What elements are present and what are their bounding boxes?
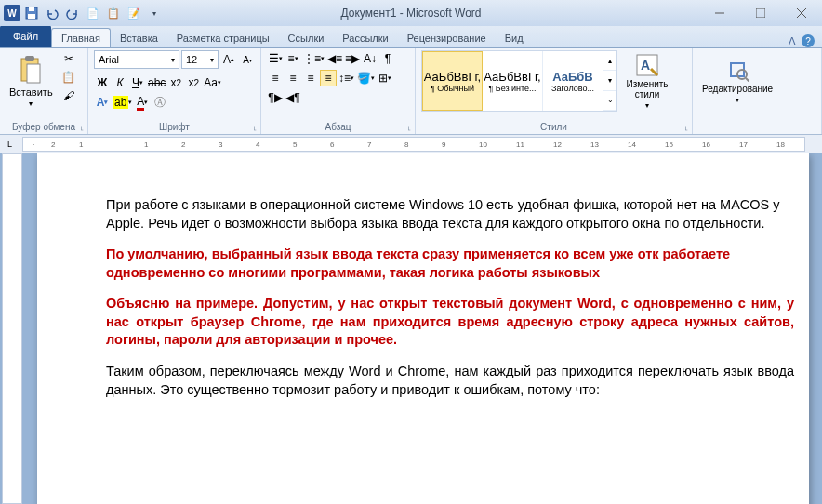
sort-icon[interactable]: A↓	[362, 50, 378, 67]
horizontal-ruler[interactable]: · 2 1 1 2 3 4 5 6 7 8 9 10 11 12 13 14 1…	[22, 137, 805, 152]
svg-rect-8	[25, 56, 34, 61]
maximize-button[interactable]	[740, 0, 781, 26]
svg-point-13	[737, 70, 747, 79]
chevron-down-icon: ▾	[29, 99, 33, 108]
svg-rect-9	[27, 64, 40, 83]
paste-button[interactable]: Вставить ▾	[6, 50, 57, 112]
qat-dropdown-icon[interactable]: ▾	[145, 4, 164, 22]
style-no-spacing[interactable]: АаБбВвГг, ¶ Без инте...	[483, 51, 543, 111]
title-bar: W 📄 📋 📝 ▾ Документ1 - Microsoft Word	[0, 0, 822, 26]
chevron-down-icon: ▾	[736, 96, 739, 104]
decrease-indent-icon[interactable]: ◀≡	[326, 50, 343, 67]
save-icon[interactable]	[22, 4, 41, 22]
svg-rect-1	[28, 14, 35, 19]
group-label: Шрифт	[94, 122, 255, 134]
find-button[interactable]: Редактирование ▾	[698, 50, 776, 112]
grow-font-icon[interactable]: A▴	[220, 51, 237, 68]
subscript-icon[interactable]: x2	[167, 74, 184, 91]
qat-item-icon[interactable]: 📄	[84, 4, 102, 22]
italic-icon[interactable]: К	[112, 74, 128, 91]
font-color-icon[interactable]: A▾	[134, 94, 151, 111]
group-font: Arial▾ 12▾ A▴ A▾ Ж К Ч▾ abc x2 x2 Aa▾ A▾…	[88, 48, 261, 134]
close-button[interactable]	[781, 0, 822, 26]
format-painter-icon[interactable]: 🖌	[60, 87, 77, 104]
svg-rect-2	[29, 7, 34, 11]
paragraph: Объясню на примере. Допустим, у нас откр…	[106, 295, 794, 350]
font-size-select[interactable]: 12▾	[181, 50, 219, 69]
file-tab[interactable]: Файл	[0, 25, 51, 47]
ruler-row: L · 2 1 1 2 3 4 5 6 7 8 9 10 11 12 13 14…	[0, 135, 822, 153]
style-heading1[interactable]: АаБбВ Заголово...	[543, 51, 603, 111]
ribbon-tabs: Файл Главная Вставка Разметка страницы С…	[0, 26, 822, 48]
copy-icon[interactable]: 📋	[60, 69, 77, 86]
minimize-button[interactable]	[699, 0, 740, 26]
clear-formatting-icon[interactable]: Ⓐ	[152, 94, 168, 111]
change-case-icon[interactable]: Aa▾	[203, 74, 222, 91]
gallery-scroll[interactable]: ▴▾⌄	[603, 51, 616, 111]
paragraph: По умолчанию, выбранный язык ввода текст…	[106, 245, 794, 282]
change-styles-button[interactable]: A Изменить стили ▾	[621, 50, 673, 112]
bullets-icon[interactable]: ☰▾	[267, 50, 284, 67]
undo-icon[interactable]	[43, 4, 61, 22]
paragraph: При работе с языками в операционной сист…	[106, 196, 794, 232]
align-left-icon[interactable]: ≡	[267, 70, 284, 86]
help-icon[interactable]: ?	[802, 34, 815, 47]
svg-text:A: A	[641, 58, 650, 73]
font-name-select[interactable]: Arial▾	[94, 50, 179, 69]
tab-mailings[interactable]: Рассылки	[333, 29, 397, 47]
tab-page-layout[interactable]: Разметка страницы	[167, 29, 279, 47]
align-center-icon[interactable]: ≡	[285, 70, 301, 86]
group-editing: Редактирование ▾ .	[693, 48, 822, 134]
qat-item-icon[interactable]: 📋	[104, 4, 123, 22]
show-marks-icon[interactable]: ¶	[379, 50, 396, 67]
shading-icon[interactable]: 🪣▾	[356, 70, 376, 86]
group-paragraph: ☰▾ ≡▾ ⋮≡▾ ◀≡ ≡▶ A↓ ¶ ≡ ≡ ≡ ≡ ↕≡▾ 🪣▾ ⊞▾ ¶…	[261, 48, 416, 134]
multilevel-icon[interactable]: ⋮≡▾	[302, 50, 325, 67]
tab-insert[interactable]: Вставка	[111, 29, 167, 47]
tab-references[interactable]: Ссылки	[279, 29, 334, 47]
styles-gallery[interactable]: АаБбВвГг, ¶ Обычный АаБбВвГг, ¶ Без инте…	[421, 50, 617, 112]
line-spacing-icon[interactable]: ↕≡▾	[338, 70, 355, 86]
window-title: Документ1 - Microsoft Word	[340, 7, 481, 20]
quick-access-toolbar: W 📄 📋 📝 ▾	[0, 4, 167, 22]
document-area: При работе с языками в операционной сист…	[0, 153, 822, 504]
word-icon: W	[4, 5, 20, 21]
ruler-corner[interactable]: L	[0, 135, 20, 153]
tab-review[interactable]: Рецензирование	[398, 29, 496, 47]
paste-label: Вставить	[9, 86, 53, 98]
increase-indent-icon[interactable]: ≡▶	[344, 50, 361, 67]
cut-icon[interactable]: ✂	[60, 50, 77, 67]
bold-icon[interactable]: Ж	[94, 74, 111, 91]
tab-home[interactable]: Главная	[51, 28, 111, 47]
strikethrough-icon[interactable]: abc	[147, 74, 166, 91]
ltr-icon[interactable]: ¶▶	[267, 89, 284, 106]
ribbon: Вставить ▾ ✂ 📋 🖌 Буфер обмена Arial▾ 12▾…	[0, 48, 822, 135]
shrink-font-icon[interactable]: A▾	[239, 51, 256, 68]
group-styles: АаБбВвГг, ¶ Обычный АаБбВвГг, ¶ Без инте…	[416, 48, 693, 134]
group-clipboard: Вставить ▾ ✂ 📋 🖌 Буфер обмена	[0, 48, 88, 134]
rtl-icon[interactable]: ◀¶	[285, 89, 301, 106]
text-effects-icon[interactable]: A▾	[94, 94, 111, 111]
chevron-down-icon: ▾	[645, 101, 649, 110]
tab-view[interactable]: Вид	[496, 29, 533, 47]
svg-rect-4	[756, 8, 765, 18]
style-normal[interactable]: АаБбВвГг, ¶ Обычный	[422, 51, 483, 111]
vertical-ruler[interactable]	[2, 153, 22, 504]
group-label: Буфер обмена	[6, 122, 82, 134]
underline-icon[interactable]: Ч▾	[129, 74, 146, 91]
align-right-icon[interactable]: ≡	[302, 70, 319, 86]
qat-item-icon[interactable]: 📝	[125, 4, 143, 22]
superscript-icon[interactable]: x2	[185, 74, 202, 91]
group-label: Абзац	[267, 122, 409, 134]
svg-line-14	[746, 78, 749, 82]
minimize-ribbon-icon[interactable]: ᐱ	[789, 35, 796, 47]
page[interactable]: При работе с языками в операционной сист…	[37, 153, 809, 504]
paragraph: Таким образом, переключаясь между Word и…	[106, 363, 794, 399]
justify-icon[interactable]: ≡	[320, 70, 337, 86]
redo-icon[interactable]	[63, 4, 82, 22]
highlight-icon[interactable]: ab▾	[112, 94, 133, 111]
borders-icon[interactable]: ⊞▾	[377, 70, 393, 86]
document-content[interactable]: При работе с языками в операционной сист…	[106, 196, 794, 399]
numbering-icon[interactable]: ≡▾	[285, 50, 301, 67]
group-label: Стили	[421, 122, 686, 134]
